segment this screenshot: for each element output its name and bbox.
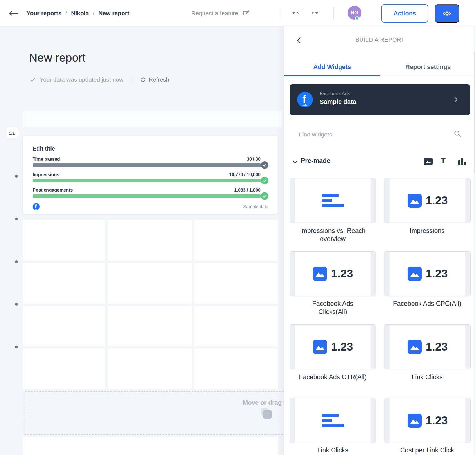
data-status-row: Your data was updated just now | Refresh — [30, 76, 169, 83]
widget-placeholder[interactable] — [23, 306, 105, 346]
feedback-icon — [243, 10, 250, 17]
widget-placeholder[interactable] — [194, 220, 278, 261]
chevron-right-icon — [454, 97, 458, 104]
number-preview: 1.23 — [331, 267, 353, 280]
widget-dropzone[interactable] — [24, 391, 284, 435]
widget-label: Cost per Link Click — [384, 446, 470, 454]
breadcrumb: Your reports / Nikola / New report — [26, 10, 129, 17]
widget-placeholder[interactable] — [108, 348, 192, 389]
metric-row-post-engagements: Post engagements 1,083 / 1,000 — [33, 188, 268, 198]
number-preview: 1.23 — [426, 194, 448, 207]
goal-complete-icon — [261, 177, 268, 184]
back-arrow-icon — [8, 10, 19, 16]
widget-card-impressions[interactable]: 1.23 — [384, 178, 471, 223]
tab-add-widgets[interactable]: Add Widgets — [284, 58, 380, 76]
row-marker-dot — [15, 175, 18, 178]
progress-bar — [33, 179, 261, 182]
scrollbar-track — [474, 26, 475, 455]
search-input[interactable] — [299, 129, 445, 140]
breadcrumb-your-reports[interactable]: Your reports — [26, 10, 61, 17]
widget-label: Impressions — [384, 227, 470, 235]
number-preview: 1.23 — [426, 340, 448, 353]
toolbar-divider — [281, 7, 281, 20]
source-dataset: Sample data — [320, 98, 356, 106]
undo-button[interactable] — [290, 8, 302, 19]
widget-placeholder[interactable] — [108, 263, 192, 304]
widget-label: Facebook Ads Clicks(All) — [290, 300, 376, 316]
widget-placeholder[interactable] — [23, 437, 278, 455]
widget-card-link-clicks-number[interactable]: 1.23 — [384, 324, 471, 369]
horizontal-bars-icon — [322, 194, 344, 207]
panel-tabs: Add Widgets Report settings — [284, 58, 476, 76]
premade-section-header: Pre-made T — [284, 155, 476, 168]
breadcrumb-nikola[interactable]: Nikola — [71, 10, 89, 17]
scrollbar-thumb[interactable] — [474, 52, 475, 173]
widget-placeholder[interactable] — [194, 263, 278, 304]
widget-card-fb-ctr-all[interactable]: 1.23 — [290, 324, 376, 369]
image-icon — [407, 413, 422, 428]
widget-card-fb-cpc-all[interactable]: 1.23 — [384, 251, 471, 296]
tab-report-settings[interactable]: Report settings — [380, 58, 476, 76]
widget-placeholder[interactable] — [108, 306, 192, 346]
status-text: Your data was updated just now — [40, 76, 123, 83]
redo-button[interactable] — [309, 8, 320, 19]
online-status-dot — [355, 16, 359, 21]
page-indicator[interactable]: 1/1 — [7, 127, 20, 138]
widget-placeholder[interactable] — [23, 263, 105, 304]
widget-card-fb-clicks-all[interactable]: 1.23 — [290, 251, 376, 296]
check-icon — [30, 77, 35, 82]
widget-card-cost-per-link-click[interactable]: 1.23 — [384, 398, 471, 443]
chevron-down-icon[interactable] — [293, 160, 298, 165]
back-button[interactable] — [8, 10, 19, 16]
preview-button[interactable] — [435, 4, 459, 23]
toolbar-divider — [333, 7, 334, 20]
avatar-initials: NG — [351, 10, 358, 16]
goal-widget-card[interactable]: Edit title Time passed 30 / 30 Impressio… — [23, 136, 278, 214]
breadcrumb-new-report[interactable]: New report — [98, 10, 129, 17]
number-preview: 1.23 — [331, 340, 353, 353]
widget-label: Link Clicks — [290, 446, 376, 454]
metric-label: Impressions — [33, 172, 59, 177]
widget-placeholder[interactable] — [23, 220, 105, 261]
undo-icon — [292, 10, 300, 16]
breadcrumb-separator: / — [65, 10, 67, 17]
widget-title[interactable]: Edit title — [33, 145, 268, 152]
facebook-ads-icon: fads — [297, 92, 313, 107]
image-icon — [407, 340, 422, 354]
widget-label: Facebook Ads CPC(All) — [384, 300, 470, 308]
image-icon — [313, 266, 327, 281]
metric-label: Post engagements — [33, 188, 73, 193]
widget-label: Facebook Ads CTR(All) — [290, 373, 376, 381]
image-widgets-filter-icon[interactable] — [424, 158, 433, 165]
row-marker-dot — [15, 303, 18, 306]
widget-card-impressions-vs-reach[interactable] — [290, 178, 376, 223]
data-source-card[interactable]: fads Facebook Ads Sample data — [290, 84, 470, 115]
widget-label: Link Clicks — [384, 373, 470, 381]
widget-placeholder[interactable] — [108, 220, 192, 261]
widget-placeholder[interactable] — [23, 348, 105, 389]
premade-section-label[interactable]: Pre-made — [301, 157, 330, 165]
text-widgets-filter-icon[interactable]: T — [441, 156, 446, 165]
search-icon[interactable] — [454, 130, 461, 138]
app-window: New report Your data was updated just no… — [0, 0, 476, 455]
actions-button[interactable]: Actions — [381, 4, 428, 23]
refresh-button[interactable]: Refresh — [140, 76, 170, 83]
request-feature-button[interactable]: Request a feature — [191, 0, 250, 26]
row-marker-dot — [15, 346, 18, 348]
number-preview: 1.23 — [426, 267, 448, 280]
report-canvas: New report Your data was updated just no… — [0, 26, 284, 455]
widget-placeholder[interactable] — [194, 306, 278, 346]
widget-card-link-clicks-bars[interactable] — [290, 398, 376, 443]
source-provider: Facebook Ads — [320, 91, 350, 97]
horizontal-bars-icon — [322, 414, 344, 427]
number-preview: 1.23 — [426, 414, 448, 427]
metric-row-time-passed: Time passed 30 / 30 — [33, 157, 268, 167]
chart-widgets-filter-icon[interactable] — [458, 158, 466, 165]
image-icon — [313, 340, 327, 354]
goal-complete-icon — [261, 192, 268, 200]
user-avatar[interactable]: NG — [348, 6, 361, 20]
build-report-panel: BUILD A REPORT Add Widgets Report settin… — [284, 26, 476, 455]
divider: | — [131, 76, 133, 83]
request-feature-label: Request a feature — [191, 10, 238, 17]
widget-placeholder[interactable] — [194, 348, 278, 389]
